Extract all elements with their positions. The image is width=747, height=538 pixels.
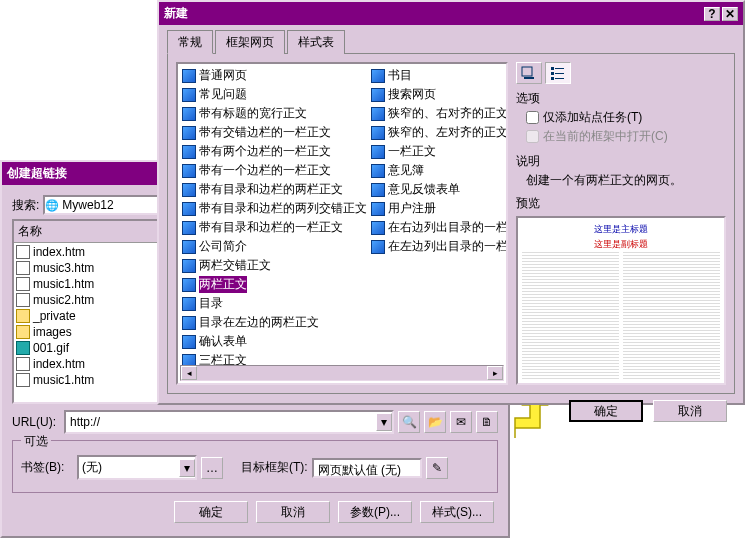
template-item[interactable]: 带有两个边栏的一栏正文	[180, 142, 369, 161]
pencil-icon: ✎	[432, 461, 442, 475]
template-item[interactable]: 狭窄的、左对齐的正文	[369, 123, 508, 142]
new-tabs: 常规 框架网页 样式表	[167, 29, 735, 54]
template-item[interactable]: 带有目录和边栏的两栏正文	[180, 180, 369, 199]
template-label: 目录	[199, 295, 223, 312]
template-item[interactable]: 带有一个边栏的一栏正文	[180, 161, 369, 180]
cancel-button[interactable]: 取消	[256, 501, 330, 523]
tab-frame[interactable]: 框架网页	[215, 30, 285, 54]
template-item[interactable]: 带有交错边栏的一栏正文	[180, 123, 369, 142]
file-name: music2.htm	[33, 293, 94, 307]
new-ok-button[interactable]: 确定	[569, 400, 643, 422]
template-item[interactable]: 狭窄的、右对齐的正文	[369, 104, 508, 123]
option-add-task-label: 仅添加站点任务(T)	[543, 109, 642, 126]
template-icon	[371, 88, 385, 102]
help-button[interactable]: ?	[704, 7, 720, 21]
preview-column-left	[522, 252, 619, 379]
template-list[interactable]: 普通网页常见问题带有标题的宽行正文带有交错边栏的一栏正文带有两个边栏的一栏正文带…	[176, 62, 508, 385]
chevron-down-icon[interactable]: ▾	[179, 459, 195, 477]
globe-icon: 🌐	[45, 198, 59, 212]
template-icon	[182, 88, 196, 102]
template-label: 在右边列出目录的一栏	[388, 219, 508, 236]
hyperlink-title: 创建超链接	[7, 165, 67, 182]
scroll-right-icon[interactable]: ▸	[487, 366, 503, 380]
scroll-left-icon[interactable]: ◂	[181, 366, 197, 380]
template-icon	[371, 145, 385, 159]
close-button[interactable]: ✕	[722, 7, 738, 21]
option-open-in-frame-checkbox	[526, 130, 539, 143]
template-label: 一栏正文	[388, 143, 436, 160]
new-dialog: 新建 ? ✕ 常规 框架网页 样式表 普通网页常见问题带有标题的宽行正文带有交错…	[157, 0, 745, 405]
template-item[interactable]: 用户注册	[369, 199, 508, 218]
tab-pane-general: 普通网页常见问题带有标题的宽行正文带有交错边栏的一栏正文带有两个边栏的一栏正文带…	[167, 54, 735, 394]
view-large-icons-button[interactable]	[516, 62, 542, 84]
template-item[interactable]: 公司简介	[180, 237, 369, 256]
url-label: URL(U):	[12, 415, 60, 429]
large-icon-icon	[521, 66, 537, 80]
tab-stylesheet[interactable]: 样式表	[287, 30, 345, 54]
template-icon	[182, 164, 196, 178]
template-icon	[182, 145, 196, 159]
svg-rect-0	[522, 67, 532, 76]
template-icon	[182, 259, 196, 273]
ok-button[interactable]: 确定	[174, 501, 248, 523]
template-item[interactable]: 在左边列出目录的一栏	[369, 237, 508, 256]
template-item[interactable]: 意见反馈表单	[369, 180, 508, 199]
list-icon	[550, 66, 566, 80]
gif-icon	[16, 341, 30, 355]
params-button[interactable]: 参数(P)...	[338, 501, 412, 523]
svg-rect-1	[524, 77, 534, 79]
template-label: 意见反馈表单	[388, 181, 460, 198]
template-item[interactable]: 一栏正文	[369, 142, 508, 161]
template-item[interactable]: 目录	[180, 294, 369, 313]
template-item[interactable]: 带有目录和边栏的两列交错正文	[180, 199, 369, 218]
template-icon	[182, 335, 196, 349]
template-label: 在左边列出目录的一栏	[388, 238, 508, 255]
template-item[interactable]: 带有标题的宽行正文	[180, 104, 369, 123]
file-name: images	[33, 325, 72, 339]
description-text: 创建一个有两栏正文的网页。	[526, 172, 726, 189]
option-add-task[interactable]: 仅添加站点任务(T)	[526, 109, 726, 126]
template-item[interactable]: 搜索网页	[369, 85, 508, 104]
template-item[interactable]: 意见簿	[369, 161, 508, 180]
option-open-in-frame-label: 在当前的框架中打开(C)	[543, 128, 668, 145]
template-item[interactable]: 确认表单	[180, 332, 369, 351]
template-label: 带有交错边栏的一栏正文	[199, 124, 331, 141]
template-label: 带有目录和边栏的两栏正文	[199, 181, 343, 198]
bookmark-browse-button[interactable]: …	[201, 457, 223, 479]
template-label: 书目	[388, 67, 412, 84]
preview-pane: 这里是主标题 这里是副标题	[516, 216, 726, 385]
template-label: 带有目录和边栏的一栏正文	[199, 219, 343, 236]
template-icon	[371, 164, 385, 178]
template-item[interactable]: 书目	[369, 66, 508, 85]
file-name: music3.htm	[33, 261, 94, 275]
template-scrollbar[interactable]: ◂ ▸	[180, 365, 504, 381]
file-name: 001.gif	[33, 341, 69, 355]
template-label: 带有一个边栏的一栏正文	[199, 162, 331, 179]
template-item[interactable]: 两栏交错正文	[180, 256, 369, 275]
template-item[interactable]: 常见问题	[180, 85, 369, 104]
template-label: 常见问题	[199, 86, 247, 103]
help-icon: ?	[708, 7, 715, 21]
template-item[interactable]: 在右边列出目录的一栏	[369, 218, 508, 237]
view-list-button[interactable]	[545, 62, 571, 84]
template-item[interactable]: 两栏正文	[180, 275, 369, 294]
style-button[interactable]: 样式(S)...	[420, 501, 494, 523]
new-titlebar: 新建 ? ✕	[159, 2, 743, 25]
tab-general[interactable]: 常规	[167, 30, 213, 54]
template-label: 带有两个边栏的一栏正文	[199, 143, 331, 160]
bookmark-combo[interactable]: (无) ▾	[77, 455, 197, 480]
option-add-task-checkbox[interactable]	[526, 111, 539, 124]
template-item[interactable]: 带有目录和边栏的一栏正文	[180, 218, 369, 237]
template-item[interactable]: 目录在左边的两栏正文	[180, 313, 369, 332]
template-icon	[182, 221, 196, 235]
search-label: 搜索:	[12, 197, 39, 214]
template-label: 意见簿	[388, 162, 424, 179]
svg-rect-4	[551, 72, 554, 75]
template-label: 确认表单	[199, 333, 247, 350]
template-icon	[371, 240, 385, 254]
template-item[interactable]: 普通网页	[180, 66, 369, 85]
target-frame-browse-button[interactable]: ✎	[426, 457, 448, 479]
template-icon	[182, 297, 196, 311]
doc-icon	[16, 277, 30, 291]
new-cancel-button[interactable]: 取消	[653, 400, 727, 422]
